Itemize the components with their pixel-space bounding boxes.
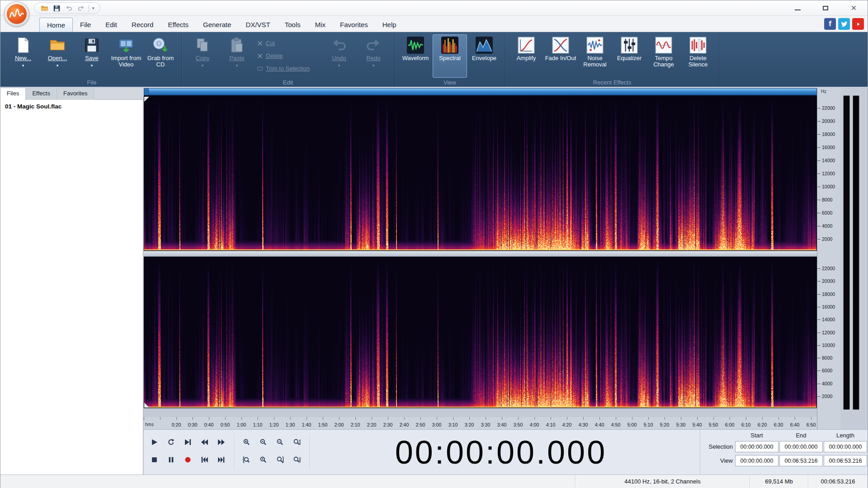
skip-to-start-button[interactable] [197,452,212,467]
ribbon-new-button[interactable]: New...▾ [6,34,40,78]
rewind-button[interactable] [197,434,212,450]
ribbon-undo-button[interactable]: Undo▾ [322,34,356,78]
import-video-icon [118,37,135,54]
timeline-ruler[interactable]: hms 0:200:300:400:501:001:101:201:301:40… [144,417,817,429]
youtube-icon[interactable] [852,18,864,30]
freq-label: 18000 [822,291,835,297]
ribbon-envelope-button[interactable]: Envelope [467,34,501,78]
timeline-label: 2:00 [335,422,344,427]
menu-tab-mix[interactable]: Mix [308,18,333,32]
selection-start-input[interactable] [735,441,778,452]
minimize-button[interactable] [783,0,811,15]
spectrogram-channel-2[interactable] [144,257,817,408]
facebook-icon[interactable]: f [824,18,836,30]
panel-tab-favorites[interactable]: Favorites [57,88,94,100]
menu-tab-effects[interactable]: Effects [160,18,196,32]
play-button[interactable] [146,434,162,450]
menu-tab-tools[interactable]: Tools [278,18,308,32]
close-button[interactable] [840,0,868,15]
ribbon-import-from-video-button[interactable]: Import from Video [109,34,143,78]
spectrogram-canvas-left[interactable] [144,97,816,250]
redo-button[interactable] [76,4,85,13]
undo-button[interactable] [64,4,73,13]
stop-button[interactable] [146,452,162,467]
open-folder-button[interactable] [40,4,49,13]
ribbon-redo-button[interactable]: Redo▾ [356,34,391,78]
seek-bar[interactable] [144,88,817,95]
spectrogram-canvas-right[interactable] [144,257,816,408]
zoom-100-button[interactable] [272,434,288,450]
ribbon-group-label: Edit [182,79,394,86]
zoom-100-icon [276,438,284,446]
freq-label: 22000 [822,105,835,111]
ribbon-amplify-button[interactable]: Amplify [509,34,543,78]
frequency-labels-channel-2: 2200020000180001600014000120001000080006… [817,257,840,408]
spectrogram-channel-1[interactable] [144,96,817,251]
play-to-end-button[interactable] [180,434,195,450]
timeline-unit-label: hms [145,422,154,427]
selection-length-input[interactable] [824,441,867,452]
timeline-label: 1:00 [237,422,246,427]
playhead-marker-top[interactable] [144,97,149,102]
zoom-vertical-out-button[interactable] [289,452,304,467]
freq-label: 14000 [822,317,835,322]
menu-tab-generate[interactable]: Generate [196,18,239,32]
ribbon-grab-from-cd-button[interactable]: Grab from CD [143,34,178,78]
zoom-level-button[interactable] [272,452,288,467]
pause-button[interactable] [163,452,179,467]
menu-tab-file[interactable]: File [73,18,98,32]
zoom-in-button[interactable] [239,434,254,450]
ribbon-cut-button[interactable]: Cut [257,40,319,47]
ribbon-equalizer-button[interactable]: Equalizer [612,34,646,78]
loop-button[interactable] [163,434,179,450]
view-start-input[interactable] [735,455,778,466]
ribbon-delete-button[interactable]: Delete [257,52,319,59]
ribbon-paste-button[interactable]: Paste▾ [220,34,254,78]
ribbon-group-view: WaveformSpectralEnvelopeView [395,33,505,87]
ribbon-open-button[interactable]: Open...▾ [40,34,75,78]
timeline-label: 0:20 [172,422,181,427]
save-button[interactable] [52,4,61,13]
view-end-input[interactable] [779,455,823,466]
menu-tab-home[interactable]: Home [39,18,73,32]
ribbon-group-label: Recent Effects [505,79,719,86]
menu-tab-edit[interactable]: Edit [98,18,124,32]
menu-tab-record[interactable]: Record [124,18,160,32]
skip-to-start-icon [201,456,208,464]
time-display: 00:00:00.000 [365,430,637,475]
menu-tab-favorites[interactable]: Favorites [333,18,375,32]
copy-icon [194,37,211,54]
fast-forward-button[interactable] [213,434,229,450]
maximize-button[interactable] [811,0,840,15]
ribbon-fade-in-out-button[interactable]: Fade In/Out [543,34,578,78]
file-list-item[interactable]: 01 - Magic Soul.flac [0,100,143,113]
ribbon-copy-button[interactable]: Copy▾ [185,34,220,78]
zoom-out-button[interactable] [255,434,271,450]
ribbon-save-button[interactable]: Save▾ [75,34,109,78]
ribbon-tempo-change-button[interactable]: Tempo Change [646,34,681,78]
record-button[interactable] [180,452,195,467]
zoom-selection-button[interactable] [239,452,254,467]
app-logo[interactable] [4,1,29,27]
menu-tab-help[interactable]: Help [375,18,404,32]
view-length-input[interactable] [824,455,867,466]
menu-tab-dx-vst[interactable]: DX/VST [239,18,278,32]
ribbon-waveform-button[interactable]: Waveform [398,34,433,78]
skip-to-end-button[interactable] [213,452,229,467]
new-file-icon [14,37,32,54]
panel-tab-effects[interactable]: Effects [26,88,57,100]
timeline-label: 3:30 [481,422,490,427]
panel-tab-files[interactable]: Files [0,88,26,100]
ribbon-noise-removal-button[interactable]: Noise Removal [578,34,612,78]
qat-customize-caret-icon[interactable]: ▾ [92,6,94,10]
zoom-vertical-in-button[interactable] [289,434,304,450]
playhead-marker-bottom[interactable] [144,403,149,408]
ribbon-delete-silence-button[interactable]: Delete Silence [681,34,715,78]
timeline-label: 2:10 [351,422,360,427]
ribbon-spectral-button[interactable]: Spectral [433,34,467,78]
zoom-full-button[interactable] [255,452,271,467]
ribbon-trim-to-selection-button[interactable]: Trim to Selection [257,65,319,72]
selection-end-input[interactable] [779,441,823,452]
twitter-icon[interactable] [838,18,850,30]
selection-header-length: Length [824,432,867,439]
